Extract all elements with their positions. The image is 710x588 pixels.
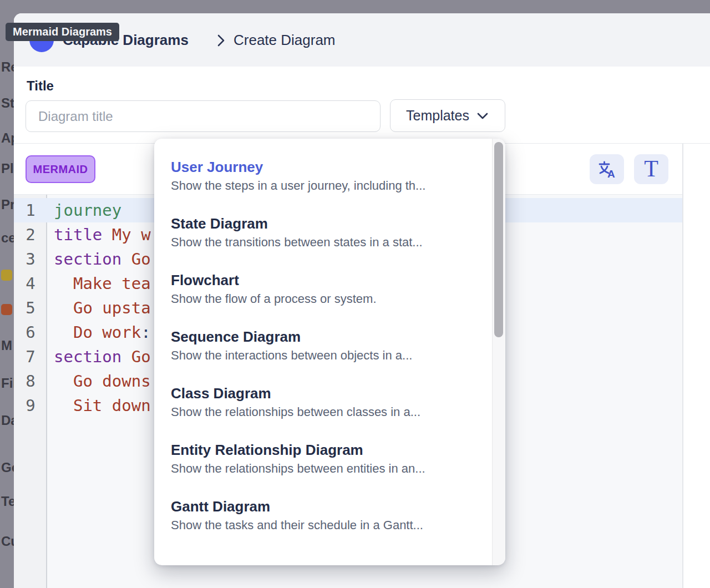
code-token: My w [102, 225, 150, 244]
text-style-button[interactable]: T [634, 154, 668, 184]
template-option-description: Show the flow of a process or system. [171, 292, 492, 306]
code-token: title [54, 225, 102, 244]
code-token: Go [121, 250, 150, 268]
code-token: Go upsta [54, 298, 151, 317]
chevron-down-icon [476, 110, 489, 122]
template-option-description: Show the transitions between states in a… [171, 235, 492, 250]
template-option-class-diagram[interactable]: Class DiagramShow the relationships betw… [154, 374, 492, 430]
code-token: section [54, 250, 121, 268]
line-number: 9 [14, 393, 47, 418]
code-line[interactable]: Go downs [54, 369, 151, 393]
line-number: 5 [14, 296, 47, 320]
dropdown-scrollbar-thumb[interactable] [494, 142, 503, 337]
background-sidebar-item: M [1, 337, 12, 354]
background-sidebar-item: Pr [1, 196, 15, 213]
code-line[interactable]: Do work: [54, 320, 151, 344]
template-option-sequence-diagram[interactable]: Sequence DiagramShow the interactions be… [154, 317, 492, 374]
template-option-title: State Diagram [171, 215, 492, 232]
preview-pane [683, 144, 710, 588]
template-option-description: Show the tasks and their schedule in a G… [171, 518, 492, 533]
line-number: 8 [14, 369, 47, 393]
code-token: Go downs [54, 372, 151, 391]
code-token: : [141, 323, 150, 342]
template-option-description: Show the relationships between entities … [171, 462, 492, 476]
template-option-description: Show the interactions between objects in… [171, 348, 492, 363]
line-number: 1 [14, 198, 47, 222]
templates-button-label: Templates [406, 108, 469, 124]
sidebar-item-label: Pr [1, 197, 15, 212]
sidebar-item-icon [1, 270, 12, 281]
template-option-title: User Journey [171, 159, 492, 176]
title-label: Title [27, 78, 54, 94]
code-token: Go [121, 347, 150, 366]
code-token: Sit down [54, 396, 151, 415]
translate-icon: A [597, 159, 617, 179]
template-option-title: Flowchart [171, 272, 492, 289]
sidebar-item-icon [1, 304, 12, 315]
line-number: 3 [14, 247, 47, 271]
svg-text:A: A [607, 168, 615, 179]
chevron-right-icon [214, 33, 228, 48]
code-token: section [54, 347, 121, 366]
template-option-title: Entity Relationship Diagram [171, 442, 492, 459]
line-number: 6 [14, 320, 47, 344]
code-token: Make tea [54, 274, 151, 293]
template-option-gantt-diagram[interactable]: Gantt DiagramShow the tasks and their sc… [154, 487, 492, 544]
code-line[interactable]: section Go [54, 247, 151, 271]
template-option-description: Show the relationships between classes i… [171, 405, 492, 419]
template-option-flowchart[interactable]: FlowchartShow the flow of a process or s… [154, 261, 492, 317]
templates-button[interactable]: Templates [390, 99, 505, 132]
template-option-state-diagram[interactable]: State DiagramShow the transitions betwee… [154, 204, 492, 261]
code-line[interactable]: Sit down [54, 393, 151, 418]
templates-dropdown: User JourneyShow the steps in a user jou… [154, 139, 505, 565]
code-line[interactable]: section Go [54, 344, 151, 369]
diagram-title-input[interactable] [26, 100, 381, 132]
template-option-title: Gantt Diagram [171, 498, 492, 515]
translate-button[interactable]: A [590, 154, 624, 184]
code-line[interactable]: title My w [54, 222, 151, 247]
template-option-user-journey[interactable]: User JourneyShow the steps in a user jou… [154, 148, 492, 204]
code-line[interactable]: Make tea [54, 271, 151, 296]
line-number-gutter: 123456789 [14, 195, 47, 588]
dropdown-scrollbar-track[interactable] [492, 139, 505, 565]
line-number: 2 [14, 222, 47, 247]
text-style-icon: T [640, 158, 662, 181]
template-option-description: Show the steps in a user journey, includ… [171, 179, 492, 193]
breadcrumb-current-page: Create Diagram [234, 32, 336, 49]
template-option-title: Class Diagram [171, 385, 492, 402]
sidebar-item-label: M [1, 338, 12, 353]
code-line[interactable]: Go upsta [54, 296, 151, 320]
code-token: Do work [54, 323, 141, 342]
code-token: journey [54, 201, 121, 220]
code-line[interactable]: journey [54, 198, 121, 222]
svg-text:T: T [644, 158, 658, 181]
line-number: 7 [14, 344, 47, 369]
mermaid-language-badge[interactable]: MERMAID [26, 155, 95, 183]
template-option-entity-relationship-diagram[interactable]: Entity Relationship DiagramShow the rela… [154, 430, 492, 487]
mermaid-tooltip: Mermaid Diagrams [6, 23, 119, 41]
template-option-title: Sequence Diagram [171, 328, 492, 346]
line-number: 4 [14, 271, 47, 296]
